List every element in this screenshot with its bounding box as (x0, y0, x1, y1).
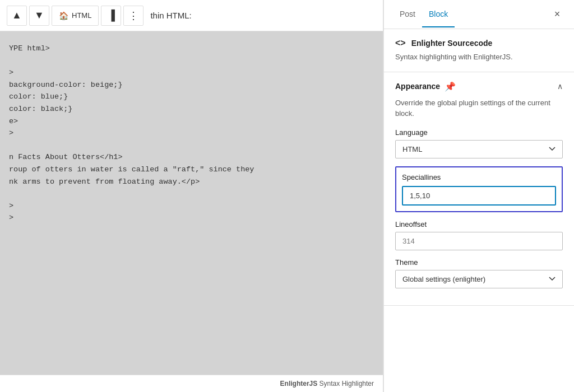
toolbar: ▲ ▼ 🏠 HTML ▐ ⋮ thin HTML: (0, 0, 383, 31)
move-down-button[interactable]: ▼ (29, 6, 49, 26)
code-footer: EnlighterJS Syntax Highlighter (0, 375, 383, 392)
language-field-group: Language HTML CSS JavaScript PHP Python (395, 128, 563, 158)
html-block-label: HTML (72, 11, 91, 20)
code-content: YPE html> > background-color: beige;} co… (9, 43, 374, 224)
lineoffset-input[interactable] (395, 232, 563, 250)
appearance-section: Appearance 📌 ∧ Override the global plugi… (384, 72, 574, 306)
theme-select[interactable]: Global settings (enlighter) Enlighter At… (395, 270, 563, 288)
theme-field-group: Theme Global settings (enlighter) Enligh… (395, 258, 563, 288)
speciallines-label: Speciallines (402, 173, 556, 181)
move-up-button[interactable]: ▲ (7, 6, 27, 26)
code-editor[interactable]: YPE html> > background-color: beige;} co… (0, 31, 383, 375)
appearance-title-row: Appearance 📌 (395, 81, 456, 92)
chevron-up-icon[interactable]: ∧ (557, 82, 563, 91)
tab-post[interactable]: Post (393, 2, 422, 27)
plugin-info-section: <> Enlighter Sourcecode Syntax highlight… (384, 29, 574, 72)
block-title: thin HTML: (150, 11, 191, 20)
sidebar-panel: Post Block × <> Enlighter Sourcecode Syn… (383, 0, 574, 392)
lineoffset-label: Lineoffset (395, 220, 563, 228)
speciallines-input[interactable] (402, 186, 556, 206)
up-icon: ▲ (12, 10, 22, 21)
appearance-header: Appearance 📌 ∧ (395, 81, 563, 92)
plugin-title: Enlighter Sourcecode (411, 39, 493, 48)
more-icon: ⋮ (128, 10, 138, 22)
more-options-button[interactable]: ⋮ (123, 6, 144, 26)
close-button[interactable]: × (549, 7, 565, 22)
speciallines-field-group: Speciallines (395, 166, 563, 212)
tab-block[interactable]: Block (422, 2, 455, 27)
editor-panel: ▲ ▼ 🏠 HTML ▐ ⋮ thin HTML: YPE html> > ba… (0, 0, 383, 392)
plugin-header: <> Enlighter Sourcecode (395, 38, 563, 48)
language-select[interactable]: HTML CSS JavaScript PHP Python (395, 140, 563, 158)
footer-brand: EnlighterJS (280, 380, 318, 388)
pin-icon: 📌 (445, 81, 456, 92)
theme-label: Theme (395, 258, 563, 267)
layout-button[interactable]: ▐ (101, 6, 121, 26)
appearance-title: Appearance (395, 82, 440, 91)
plugin-description: Syntax highlighting with EnlighterJS. (395, 52, 563, 63)
html-block-button[interactable]: 🏠 HTML (52, 6, 99, 26)
lineoffset-field-group: Lineoffset (395, 220, 563, 250)
html-block-icon: 🏠 (59, 11, 68, 20)
close-icon: × (554, 8, 561, 20)
plugin-code-icon: <> (395, 38, 406, 48)
sidebar-tabs: Post Block × (384, 0, 574, 29)
footer-tagline-text: Syntax Highlighter (320, 380, 374, 388)
language-label: Language (395, 128, 563, 137)
layout-icon: ▐ (108, 10, 115, 21)
down-icon: ▼ (34, 10, 44, 21)
appearance-description: Override the global plugin settings of t… (395, 97, 563, 119)
